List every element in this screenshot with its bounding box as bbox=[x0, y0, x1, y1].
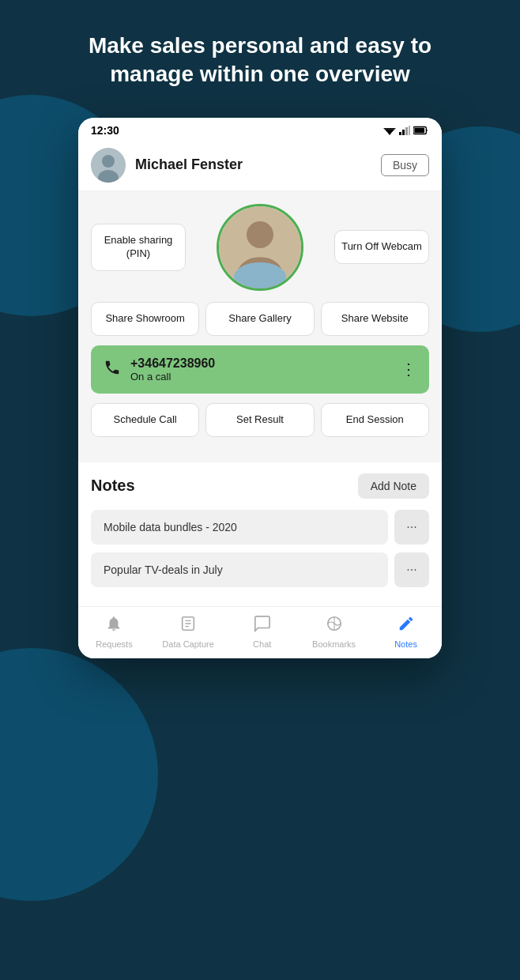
svg-point-13 bbox=[247, 221, 273, 248]
share-showroom-button[interactable]: Share Showroom bbox=[91, 302, 199, 336]
call-banner: +34647238960 On a call ⋮ bbox=[91, 345, 429, 394]
profile-circle bbox=[217, 204, 303, 291]
call-more-icon[interactable]: ⋮ bbox=[401, 360, 416, 379]
call-status: On a call bbox=[130, 371, 215, 383]
svg-point-2 bbox=[389, 132, 391, 134]
action-area: Enable sharing (PIN) Turn Off Webcam Sha… bbox=[78, 191, 442, 462]
status-time: 12:30 bbox=[91, 124, 119, 137]
svg-rect-3 bbox=[399, 132, 401, 135]
page-headline: Make sales personal and easy to manage w… bbox=[62, 32, 458, 89]
note-more-2[interactable]: ··· bbox=[394, 552, 429, 587]
nav-item-bookmarks[interactable]: Bookmarks bbox=[311, 615, 358, 649]
notes-title: Notes bbox=[91, 477, 135, 495]
svg-point-15 bbox=[234, 262, 286, 291]
nav-label-datacapture: Data Capture bbox=[162, 639, 213, 649]
svg-rect-4 bbox=[402, 130, 405, 135]
svg-rect-6 bbox=[409, 126, 410, 135]
avatar-image bbox=[91, 148, 126, 183]
chat-icon bbox=[254, 615, 271, 637]
note-text-2: Popular TV-deals in July bbox=[91, 552, 388, 587]
phone-icon bbox=[104, 359, 121, 380]
bg-decoration-bottom bbox=[0, 648, 158, 901]
battery-icon bbox=[413, 126, 429, 135]
share-gallery-button[interactable]: Share Gallery bbox=[205, 302, 314, 336]
svg-rect-5 bbox=[405, 127, 408, 135]
bottom-nav: Requests Data Capture bbox=[78, 606, 442, 658]
call-details: +34647238960 On a call bbox=[130, 356, 215, 383]
add-note-button[interactable]: Add Note bbox=[358, 473, 429, 499]
nav-item-chat[interactable]: Chat bbox=[239, 615, 286, 649]
note-item-1: Mobile data bundles - 2020 ··· bbox=[91, 510, 429, 545]
avatar bbox=[91, 148, 126, 183]
profile-row: Enable sharing (PIN) Turn Off Webcam bbox=[91, 204, 429, 291]
nav-label-chat: Chat bbox=[253, 639, 271, 649]
share-website-button[interactable]: Share Website bbox=[321, 302, 429, 336]
profile-image bbox=[219, 204, 301, 291]
end-session-button[interactable]: End Session bbox=[321, 403, 429, 437]
datacapture-icon bbox=[179, 615, 197, 637]
call-info: +34647238960 On a call bbox=[104, 356, 215, 383]
enable-sharing-button[interactable]: Enable sharing (PIN) bbox=[91, 224, 186, 271]
svg-rect-8 bbox=[414, 128, 424, 133]
status-bar: 12:30 bbox=[78, 118, 442, 140]
set-result-button[interactable]: Set Result bbox=[205, 403, 314, 437]
bookmarks-icon bbox=[326, 615, 343, 637]
note-item-2: Popular TV-deals in July ··· bbox=[91, 552, 429, 587]
nav-item-requests[interactable]: Requests bbox=[90, 615, 138, 649]
busy-button[interactable]: Busy bbox=[381, 154, 429, 176]
svg-point-10 bbox=[102, 155, 115, 168]
second-row: Share Showroom Share Gallery Share Websi… bbox=[91, 302, 429, 336]
nav-label-notes: Notes bbox=[394, 639, 417, 649]
status-icons bbox=[383, 126, 429, 135]
turn-off-webcam-button[interactable]: Turn Off Webcam bbox=[334, 230, 429, 264]
page-wrapper: Make sales personal and easy to manage w… bbox=[0, 0, 520, 658]
nav-item-notes[interactable]: Notes bbox=[382, 615, 430, 649]
schedule-call-button[interactable]: Schedule Call bbox=[91, 403, 199, 437]
notes-section: Notes Add Note Mobile data bundles - 202… bbox=[78, 462, 442, 606]
nav-item-datacapture[interactable]: Data Capture bbox=[162, 615, 213, 649]
notes-header: Notes Add Note bbox=[91, 473, 429, 499]
note-more-1[interactable]: ··· bbox=[394, 510, 429, 545]
phone-mockup: 12:30 bbox=[78, 118, 442, 658]
nav-label-requests: Requests bbox=[96, 639, 132, 649]
contact-name: Michael Fenster bbox=[135, 156, 381, 173]
phone-svg bbox=[104, 359, 121, 376]
requests-icon bbox=[105, 615, 122, 637]
note-text-1: Mobile data bundles - 2020 bbox=[91, 510, 388, 545]
notes-nav-icon bbox=[398, 615, 415, 637]
signal-icon bbox=[399, 126, 410, 135]
nav-label-bookmarks: Bookmarks bbox=[312, 639, 356, 649]
action-row3: Schedule Call Set Result End Session bbox=[91, 403, 429, 437]
call-number: +34647238960 bbox=[130, 356, 215, 371]
wifi-icon bbox=[383, 126, 396, 135]
contact-header: Michael Fenster Busy bbox=[78, 140, 442, 191]
